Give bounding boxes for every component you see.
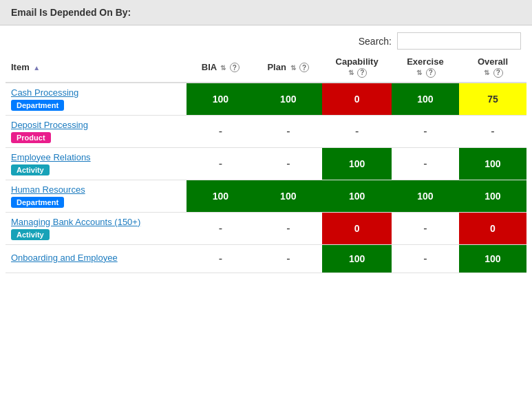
item-name-link[interactable]: Managing Bank Accounts (150+) (11, 217, 181, 227)
item-name-link[interactable]: Cash Processing (11, 87, 181, 98)
col-header-overall[interactable]: Overall ⇅ ? (459, 52, 526, 83)
item-cell: Managing Bank Accounts (150+)Activity (6, 212, 187, 244)
table-row: Deposit ProcessingProduct----- (6, 115, 526, 147)
plan-cell: - (254, 244, 322, 273)
exercise-cell: 100 (392, 180, 459, 212)
sort-up-icon: ▲ (33, 64, 40, 72)
bia-cell: - (187, 115, 254, 147)
capability-cell: 0 (322, 83, 392, 116)
plan-cell: - (254, 212, 322, 244)
plan-sort-icon: ⇅ (290, 64, 296, 72)
search-label: Search: (359, 36, 392, 47)
capability-cell: 100 (322, 244, 392, 273)
exercise-score: 100 (405, 89, 446, 109)
capability-score: 0 (337, 219, 378, 238)
item-badge: Activity (11, 164, 50, 175)
overall-cell: 0 (459, 212, 526, 244)
capability-help-icon[interactable]: ? (357, 68, 367, 78)
item-badge: Department (11, 197, 64, 208)
capability-score: 100 (337, 186, 378, 206)
overall-help-icon[interactable]: ? (493, 68, 503, 78)
table-container: Item ▲ BIA ⇅ ? Plan ⇅ ? Capability ⇅ ? (0, 52, 532, 279)
table-row: Managing Bank Accounts (150+)Activity--0… (6, 212, 526, 244)
capability-score: 100 (337, 154, 378, 173)
overall-score: 0 (472, 219, 513, 238)
exercise-cell: 100 (392, 83, 459, 116)
overall-cell: 100 (459, 180, 526, 212)
item-name-link[interactable]: Human Resources (11, 184, 181, 195)
exercise-cell: - (392, 244, 459, 273)
bia-cell: - (187, 212, 254, 244)
main-table: Item ▲ BIA ⇅ ? Plan ⇅ ? Capability ⇅ ? (6, 52, 526, 273)
item-cell: Human ResourcesDepartment (6, 180, 187, 212)
item-cell: Employee RelationsActivity (6, 147, 187, 180)
table-row: Onboarding and Employee--100-100 (6, 244, 526, 273)
col-header-capability[interactable]: Capability ⇅ ? (322, 52, 392, 83)
capability-sort-icon: ⇅ (348, 69, 354, 76)
overall-sort-icon: ⇅ (484, 69, 489, 76)
search-input[interactable] (397, 32, 521, 50)
col-header-plan[interactable]: Plan ⇅ ? (254, 52, 322, 83)
item-badge: Activity (11, 229, 50, 240)
bia-score: 100 (200, 89, 241, 109)
plan-cell: - (254, 147, 322, 180)
plan-cell: - (254, 115, 322, 147)
col-header-item[interactable]: Item ▲ (6, 52, 187, 83)
item-badge: Department (11, 100, 64, 111)
plan-score: 100 (268, 89, 309, 109)
plan-help-icon[interactable]: ? (299, 63, 309, 72)
exercise-cell: - (392, 147, 459, 180)
capability-cell: 100 (322, 147, 392, 180)
plan-score: 100 (268, 186, 309, 206)
col-item-label: Item (11, 62, 30, 72)
capability-cell: 0 (322, 212, 392, 244)
capability-cell: - (322, 115, 392, 147)
header-bar: Email Is Depended On By: (0, 0, 532, 25)
overall-cell: 100 (459, 244, 526, 273)
col-header-exercise[interactable]: Exercise ⇅ ? (392, 52, 459, 83)
exercise-help-icon[interactable]: ? (426, 68, 436, 78)
item-cell: Cash ProcessingDepartment (6, 83, 187, 116)
col-plan-label: Plan (267, 62, 286, 72)
item-name-link[interactable]: Employee Relations (11, 152, 181, 162)
col-overall-label: Overall (478, 56, 508, 67)
bia-help-icon[interactable]: ? (230, 63, 240, 72)
capability-cell: 100 (322, 180, 392, 212)
item-cell: Onboarding and Employee (6, 244, 187, 273)
col-exercise-label: Exercise (407, 56, 444, 67)
item-cell: Deposit ProcessingProduct (6, 115, 187, 147)
table-header-row: Item ▲ BIA ⇅ ? Plan ⇅ ? Capability ⇅ ? (6, 52, 526, 83)
table-row: Cash ProcessingDepartment100100010075 (6, 83, 526, 116)
overall-score: 100 (472, 249, 513, 268)
plan-cell: 100 (254, 180, 322, 212)
overall-score: 100 (472, 186, 513, 206)
bia-cell: 100 (187, 180, 254, 212)
exercise-sort-icon: ⇅ (416, 69, 422, 76)
item-badge: Product (11, 132, 51, 143)
col-header-bia[interactable]: BIA ⇅ ? (187, 52, 254, 83)
bia-cell: - (187, 244, 254, 273)
overall-cell: - (459, 115, 526, 147)
capability-score: 0 (337, 89, 378, 109)
item-name-link[interactable]: Onboarding and Employee (11, 253, 181, 263)
overall-cell: 100 (459, 147, 526, 180)
overall-cell: 75 (459, 83, 526, 116)
overall-score: 75 (472, 89, 513, 109)
exercise-cell: - (392, 115, 459, 147)
exercise-score: 100 (405, 186, 446, 206)
exercise-cell: - (392, 212, 459, 244)
table-row: Employee RelationsActivity--100-100 (6, 147, 526, 180)
item-name-link[interactable]: Deposit Processing (11, 120, 181, 130)
bia-sort-icon: ⇅ (220, 64, 226, 72)
table-row: Human ResourcesDepartment100100100100100 (6, 180, 526, 212)
col-bia-label: BIA (202, 62, 217, 72)
bia-score: 100 (200, 186, 241, 206)
plan-cell: 100 (254, 83, 322, 116)
col-capability-label: Capability (336, 56, 379, 67)
capability-score: 100 (337, 249, 378, 268)
bia-cell: 100 (187, 83, 254, 116)
search-row: Search: (0, 25, 532, 52)
overall-score: 100 (472, 154, 513, 173)
header-title: Email Is Depended On By: (11, 7, 131, 18)
bia-cell: - (187, 147, 254, 180)
